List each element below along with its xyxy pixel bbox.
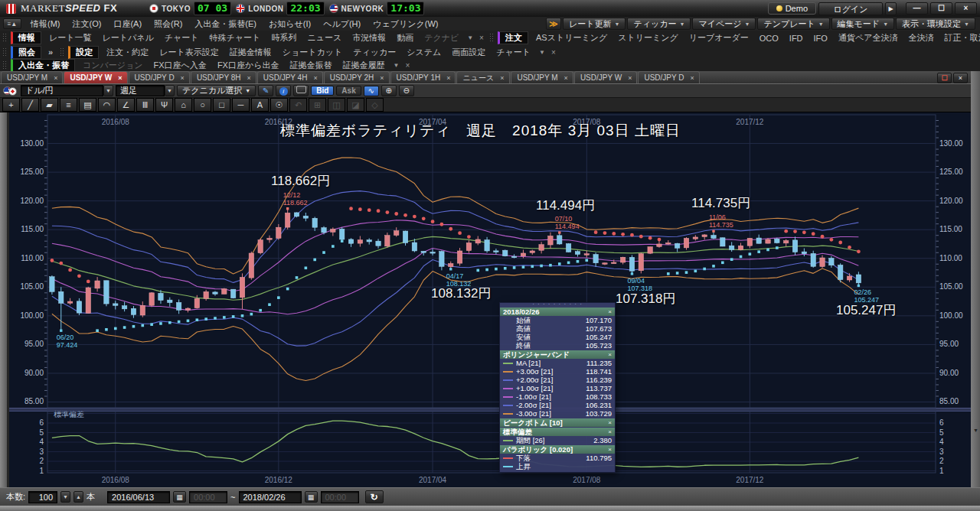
count-decrement-icon[interactable]: ▼ bbox=[60, 491, 70, 503]
menubar-right-button[interactable]: 表示・環境設定▼ bbox=[896, 18, 975, 30]
eraser-tool-icon[interactable]: ▰ bbox=[41, 98, 58, 112]
date-to-input[interactable]: 2018/02/26 bbox=[239, 491, 302, 503]
timeframe-select-dropdown-icon[interactable]: ▼ bbox=[165, 85, 175, 96]
chart-tab[interactable]: USD/JPY M× bbox=[1, 71, 63, 83]
draw-pencil-icon[interactable]: ✎ bbox=[258, 85, 273, 96]
toolbar-item[interactable]: 画面設定 bbox=[446, 47, 491, 58]
toolbar-grip[interactable] bbox=[2, 33, 6, 43]
toolbar-item[interactable]: IFD bbox=[784, 34, 808, 43]
tab-close-icon[interactable]: × bbox=[562, 74, 570, 82]
toolbar-grip[interactable] bbox=[489, 33, 493, 43]
tab-close-icon[interactable]: × bbox=[311, 74, 319, 82]
menubar-item[interactable]: お知らせ(I) bbox=[263, 17, 317, 31]
apply-range-icon[interactable]: ↻ bbox=[365, 490, 384, 503]
info-icon[interactable]: i bbox=[276, 85, 291, 96]
restore-button[interactable]: ☐ bbox=[930, 2, 952, 15]
bar-count-input[interactable]: 100 bbox=[28, 491, 57, 503]
chart-tab[interactable]: USD/JPY W× bbox=[64, 71, 127, 83]
trendline-tool-icon[interactable]: ╱ bbox=[21, 98, 39, 112]
toolbar-item[interactable]: OCO bbox=[754, 34, 784, 43]
chart-tab[interactable]: USD/JPY 1H× bbox=[390, 71, 456, 83]
toolbar-item[interactable]: リーブオーダー bbox=[684, 32, 754, 44]
window-right-edge[interactable] bbox=[971, 71, 980, 506]
rate-refresh-flash-icon[interactable]: ≫ bbox=[546, 18, 561, 30]
menubar-right-button[interactable]: テンプレート▼ bbox=[757, 18, 829, 30]
crosshair-tool-icon[interactable]: + bbox=[2, 98, 20, 112]
chart-tab[interactable]: USD/JPY 8H× bbox=[191, 71, 256, 83]
toolbar-group-transfer-label[interactable]: 入出金・振替 bbox=[11, 59, 75, 72]
panel-close-icon[interactable]: × bbox=[608, 308, 612, 316]
toolbar-item[interactable]: 証拠金情報 bbox=[224, 47, 277, 58]
toolbar-item[interactable]: 動画 bbox=[391, 32, 419, 44]
price-annotation[interactable]: 118.662円 bbox=[271, 172, 330, 190]
toolbar-item[interactable]: システム bbox=[401, 47, 446, 58]
toolbar-item[interactable]: チャート bbox=[491, 47, 536, 58]
timeframe-select[interactable]: 週足 ▼ bbox=[116, 85, 175, 96]
toolbar-item[interactable]: ストリーミング bbox=[612, 32, 684, 44]
tab-close-icon[interactable]: × bbox=[626, 74, 634, 82]
toolbar-overflow-icon[interactable]: ▼ bbox=[536, 49, 548, 56]
toolbar-item[interactable]: 証拠金履歴 bbox=[337, 60, 390, 71]
menubar-item[interactable]: 注文(O) bbox=[67, 17, 108, 31]
fan-tool-icon[interactable]: ◠ bbox=[98, 98, 116, 112]
price-annotation[interactable]: 108.132円 bbox=[431, 285, 491, 302]
toolbar-grip[interactable] bbox=[2, 47, 6, 57]
toolbar-overflow-icon[interactable]: ▼ bbox=[464, 34, 476, 41]
panel-drag-handle[interactable]: · · · · · · · · · · bbox=[500, 303, 615, 307]
toolbar-item[interactable]: レート一覧 bbox=[44, 32, 97, 44]
ask-button[interactable]: Ask bbox=[336, 86, 361, 96]
pentagon-tool-icon[interactable]: ⌂ bbox=[175, 98, 192, 112]
menubar-item[interactable]: ヘルプ(H) bbox=[317, 17, 367, 31]
mdi-close-icon[interactable]: × bbox=[953, 73, 968, 83]
toolbar-overflow-icon[interactable]: ▼ bbox=[390, 62, 402, 69]
panel-close-icon[interactable]: × bbox=[608, 445, 612, 454]
tab-close-icon[interactable]: × bbox=[178, 74, 187, 82]
angle-tool-icon[interactable]: ∠ bbox=[117, 98, 135, 112]
ellipse-tool-icon[interactable]: ○ bbox=[194, 98, 211, 112]
menubar-right-button[interactable]: 編集モード▼ bbox=[831, 18, 894, 30]
bid-button[interactable]: Bid bbox=[311, 86, 334, 96]
panel-close-icon[interactable]: × bbox=[608, 418, 612, 427]
expand-chevrons-icon[interactable]: » bbox=[44, 47, 57, 57]
price-annotation[interactable]: 105.247円 bbox=[836, 301, 896, 319]
rectangle-tool-icon[interactable]: □ bbox=[213, 98, 230, 112]
toolbar-group-inquiry-label[interactable]: 照会 bbox=[11, 46, 41, 59]
toolbar-group-settings-label[interactable]: 設定 bbox=[68, 46, 99, 59]
login-dropdown-icon[interactable]: ▶ bbox=[885, 2, 897, 15]
toolbar-item[interactable]: 注文・約定 bbox=[101, 47, 154, 58]
chart-tab[interactable]: USD/JPY 2H× bbox=[324, 71, 390, 83]
chart-tab[interactable]: USD/JPY M× bbox=[511, 71, 573, 83]
tab-close-icon[interactable]: × bbox=[51, 74, 60, 82]
price-annotation[interactable]: 114.735円 bbox=[691, 194, 750, 212]
chart-tab[interactable]: USD/JPY 4H× bbox=[257, 71, 323, 83]
tab-close-icon[interactable]: × bbox=[688, 74, 696, 82]
login-button[interactable]: ログイン bbox=[818, 2, 883, 15]
chart-tab[interactable]: USD/JPY W× bbox=[574, 71, 638, 83]
menubar-item[interactable]: 情報(M) bbox=[24, 17, 67, 31]
menubar-right-button[interactable]: レート更新▼ bbox=[563, 18, 626, 30]
window-bottom-edge[interactable] bbox=[0, 506, 980, 511]
toolbar-group-info-label[interactable]: 情報 bbox=[11, 31, 41, 44]
menu-grid-icon[interactable]: ≡▲ bbox=[3, 18, 21, 29]
pitchfork-tool-icon[interactable]: Ψ bbox=[155, 98, 173, 112]
grid-lines-tool-icon[interactable]: ▤ bbox=[79, 98, 96, 112]
text-tool-icon[interactable]: A bbox=[251, 98, 269, 112]
toolbar-item[interactable]: レートパネル bbox=[97, 32, 159, 44]
toolbar-item[interactable]: レート表示設定 bbox=[154, 47, 224, 58]
calendar-from-icon[interactable]: ▦ bbox=[173, 491, 186, 503]
indicator-info-panel[interactable]: · · · · · · · · · · 2018/02/26×始値107.170… bbox=[499, 302, 616, 473]
toolbar-item[interactable]: FX口座へ入金 bbox=[149, 60, 212, 71]
date-from-input[interactable]: 2016/06/13 bbox=[107, 491, 170, 503]
tab-close-icon[interactable]: × bbox=[116, 74, 124, 82]
pair-select[interactable]: ドル/円 ▼ bbox=[21, 85, 113, 96]
toolbar-item[interactable]: IFO bbox=[808, 34, 833, 43]
toolbar-close-icon[interactable]: × bbox=[548, 48, 559, 57]
scroll-down-notch-icon[interactable]: ▼ bbox=[973, 428, 978, 433]
tab-close-icon[interactable]: × bbox=[377, 74, 386, 82]
toolbar-item[interactable]: ニュース bbox=[302, 32, 347, 44]
chart-tab[interactable]: USD/JPY D× bbox=[129, 71, 190, 83]
calendar-to-icon[interactable]: ▦ bbox=[305, 491, 318, 503]
comment-balloon-icon[interactable] bbox=[293, 85, 309, 96]
toolbar-item[interactable]: ショートカット bbox=[277, 47, 348, 58]
menubar-item[interactable]: 入出金・振替(E) bbox=[188, 17, 263, 31]
